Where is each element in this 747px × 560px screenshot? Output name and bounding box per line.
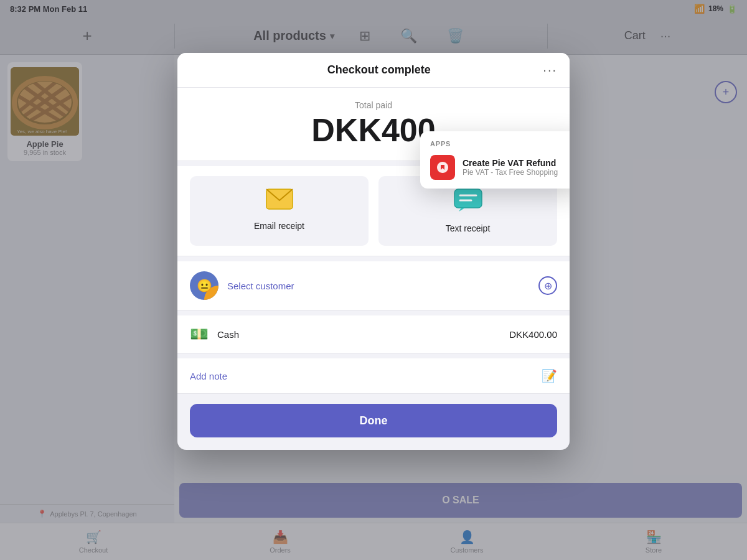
total-label: Total paid [190, 100, 557, 110]
svg-rect-13 [454, 189, 482, 208]
note-section: Add note 📝 [177, 358, 570, 394]
text-receipt-icon [454, 189, 482, 217]
modal-overlay: Checkout complete ··· Total paid DKK400 … [0, 0, 747, 560]
avatar-face-icon: 😐 [197, 278, 212, 293]
payment-method-label: Cash [217, 329, 500, 340]
svg-marker-16 [459, 208, 465, 212]
app-info: Create Pie VAT Refund Pie VAT - Tax Free… [463, 158, 558, 177]
payment-section: 💵 Cash DKK400.00 [177, 315, 570, 353]
email-receipt-button[interactable]: Email receipt [190, 176, 369, 246]
modal-more-button[interactable]: ··· [543, 63, 557, 77]
email-receipt-label: Email receipt [254, 221, 304, 231]
apps-section-label: APPS [430, 140, 570, 147]
payment-amount: DKK400.00 [509, 329, 557, 340]
app-logo-icon [430, 155, 455, 180]
modal-title: Checkout complete [215, 63, 543, 77]
app-subtitle: Pie VAT - Tax Free Shopping [463, 168, 558, 177]
checkout-modal: Checkout complete ··· Total paid DKK400 … [177, 53, 570, 450]
note-icon[interactable]: 📝 [542, 368, 557, 383]
email-icon [266, 189, 293, 215]
add-note-label: Add note [190, 371, 533, 381]
add-customer-button[interactable]: ⊕ [538, 276, 557, 295]
modal-header: Checkout complete ··· [177, 53, 570, 88]
text-receipt-label: Text receipt [446, 223, 491, 233]
select-customer-label: Select customer [227, 281, 530, 291]
app-name: Create Pie VAT Refund [463, 158, 558, 168]
done-section: Done [177, 394, 570, 450]
cash-icon: 💵 [190, 325, 209, 343]
app-item[interactable]: Create Pie VAT Refund Pie VAT - Tax Free… [430, 155, 570, 180]
avatar: 😐 [190, 271, 218, 300]
apps-dropdown: APPS Create Pie VAT Refund Pie VAT - Tax… [420, 131, 570, 189]
customer-section: 😐 Select customer ⊕ [177, 261, 570, 310]
done-button[interactable]: Done [190, 404, 557, 437]
